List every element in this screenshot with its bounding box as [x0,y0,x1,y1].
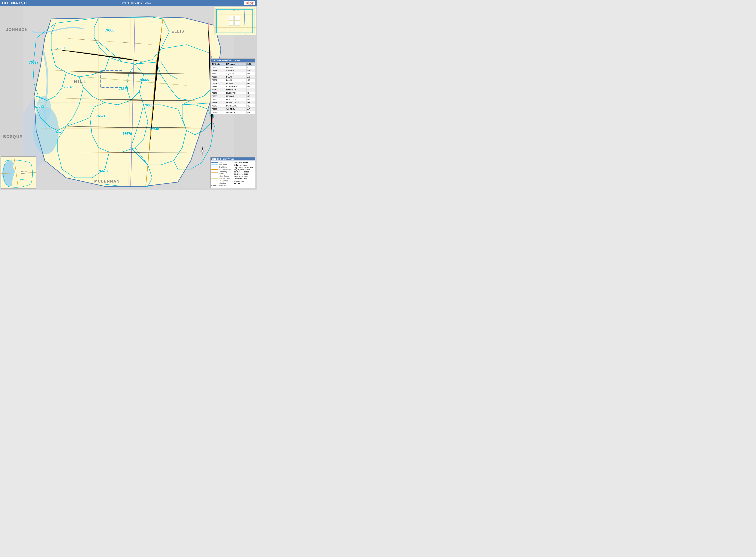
legend-row-county: County [211,161,232,163]
zip-table-row: 76648 HUBBARD I6 [211,91,255,95]
zip-label-76660: 76660 [144,104,154,107]
compass-rose: N [197,146,208,156]
legend-city-size-3: City 25,000 to 99,999 [234,169,254,171]
svg-text:Hillsboro: Hillsboro [232,9,239,11]
zip-cell-loc: H3 [246,98,255,101]
zip-table-row: 76673 MOUNT CALM H7 [211,101,255,104]
legend-row-zip: ZIP Codes [211,164,232,166]
inset-map-hillsboro: Hillsboro [214,7,256,35]
zip-cell-code: 76631 [211,82,225,85]
zip-cell-loc: J1 [246,88,255,91]
zip-cell-code: 76673 [211,101,225,104]
zip-label-76055: 76055 [105,29,115,32]
zip-code-table: ZIP Code Index/Grid Locator ZIP Code ZIP… [210,58,255,114]
zip-cell-name: MERTENS [225,98,246,101]
legend-line-zip [211,165,218,165]
zip-cell-loc: I6 [246,91,255,95]
legend-label-primary: Primary Streets [219,168,231,170]
map-legend: 2021 Hill County, TX Map County ZIP Code… [210,157,255,188]
svg-text:CEDAR: CEDAR [22,171,27,172]
zip-table-row: 76627 BLUM A6 [211,76,255,79]
map-header: HILL COUNTY, TX 2021 ZIP Code Basic Edit… [0,0,257,6]
svg-marker-39 [198,150,202,152]
svg-rect-55 [229,21,233,25]
zip-cell-loc: A6 [246,76,255,79]
legend-cities-header: Cities and Towns [234,161,254,163]
region-label-bosque-left: BOSQUE [3,135,23,139]
legend-label-state: State Highway [219,177,230,179]
zip-cell-loc: H7 [246,101,255,104]
zip-table-row: 76692 WHITNEY A7 [211,108,255,111]
legend-city-size-1: City Over 500,000 [234,164,254,166]
svg-text:PARK: PARK [22,173,26,174]
zip-table-row: 76631 BYNUM G4 [211,82,255,85]
zip-table-row: 76645 HILLSBORO J1 [211,88,255,91]
zip-label-76631: 76631 [119,87,128,91]
map-title: HILL COUNTY, TX [2,1,27,5]
legend-row-minor: Minor Streets [211,175,232,177]
zip-label-76692: 76692 [35,105,45,109]
legend-line-us [211,181,218,181]
zip-cell-code: 76627 [211,79,225,82]
legend-line-rail [211,185,218,186]
zip-cell-code: 76692 [211,108,225,111]
zip-label-76666: 76666 [139,79,149,82]
legend-label-rail: Rail Road [219,184,227,186]
legend-label-county: County [219,161,224,163]
svg-point-41 [202,150,203,152]
zip-cell-loc: A7 [246,108,255,111]
region-label-ellis: ELLIS [171,29,184,34]
legend-label-us: US Highway [219,180,228,182]
logo-area: 🎯 MarketMAPS [244,1,255,5]
legend-line-secondary [211,172,218,173]
zip-cell-name: MOUNT CALM [225,101,246,104]
svg-rect-53 [229,16,233,20]
zip-cell-name: ABBOTT [225,69,246,72]
region-label-mclennan: MCLENNAN [94,179,120,184]
zip-cell-loc: G4 [246,82,255,85]
legend-scale-bar [234,183,254,184]
zip-cell-name: BLUM [225,76,246,79]
zip-label-76622: 76622 [54,130,64,134]
svg-point-10 [36,96,51,122]
legend-row-us: US Highway [211,180,232,182]
zip-cell-name: ITASCA [225,66,246,69]
svg-rect-56 [235,21,240,25]
legend-line-county [211,162,218,163]
zip-cell-code: 76660 [211,95,225,98]
zip-cell-name: BYNUM [225,82,246,85]
zip-table-row: 76627 BLUM C3 [211,79,255,82]
legend-row-secondary: Secondary Streets [211,171,232,175]
zip-cell-name: WHITNEY [225,111,246,114]
svg-marker-38 [202,152,203,155]
zip-table-row: 76055 ITASCA E2 [211,66,255,69]
zip-table-row: 76636 COVINGTON D2 [211,85,255,88]
zip-cell-name: WHITNEY [225,108,246,111]
zip-cell-code: 76622 [211,72,225,76]
region-label-johnson: JOHNSON [6,27,28,32]
zip-cell-loc: D6 [246,72,255,76]
col-header-name: ZIP Name [225,63,246,66]
zip-label-76648: 76648 [149,127,159,131]
zip-table-row: 76676 PENELOPE G6 [211,104,255,108]
legend-line-interstate [211,183,218,183]
zip-cell-code: 76055 [211,66,225,69]
legend-city-size-2: City 100,000 to 499,999 [234,167,254,169]
legend-row-primary: Primary Streets [211,168,232,170]
zip-cell-name: AQUILLA [225,72,246,76]
legend-row-state: State Highway [211,177,232,179]
col-header-zip: ZIP Code [211,63,225,66]
legend-label-minor: Minor Streets [219,175,229,177]
zip-cell-loc: C4 [246,111,255,114]
inset-map-whitney: CEDAR PARK 76692 [1,156,36,188]
legend-col-left: County ZIP Codes City Limits Primary Str… [211,161,232,187]
col-header-loc: LOC [246,63,255,66]
legend-scale-label: Scale of Miles [234,181,254,182]
legend-city-size-7: City Under 1,000 [234,177,254,179]
legend-row-interstate: Interstate [211,182,232,184]
zip-cell-code: 76636 [211,85,225,88]
zip-cell-loc: G6 [246,104,255,108]
zip-label-76636: 76636 [57,46,66,50]
zip-cell-loc: E2 [246,66,255,69]
zip-label-76627: 76627 [29,61,38,64]
